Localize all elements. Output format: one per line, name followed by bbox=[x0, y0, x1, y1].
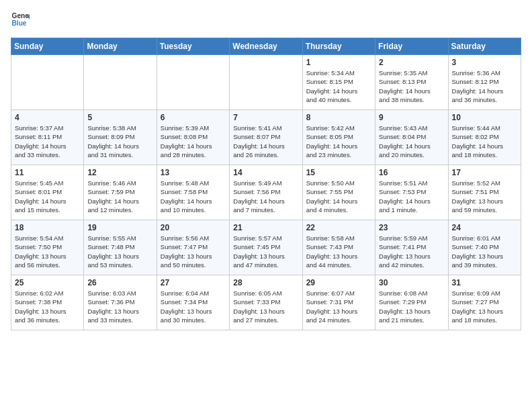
day-cell: 25Sunrise: 6:02 AM Sunset: 7:38 PM Dayli… bbox=[11, 275, 84, 330]
day-info: Sunrise: 6:02 AM Sunset: 7:38 PM Dayligh… bbox=[15, 289, 80, 324]
day-number: 12 bbox=[87, 168, 152, 177]
day-info: Sunrise: 5:58 AM Sunset: 7:43 PM Dayligh… bbox=[306, 234, 371, 269]
day-number: 16 bbox=[379, 168, 444, 177]
day-number: 4 bbox=[15, 113, 80, 122]
day-info: Sunrise: 5:36 AM Sunset: 8:12 PM Dayligh… bbox=[452, 68, 517, 104]
day-number: 20 bbox=[161, 223, 226, 232]
day-number: 18 bbox=[15, 223, 80, 232]
day-cell: 22Sunrise: 5:58 AM Sunset: 7:43 PM Dayli… bbox=[302, 220, 375, 275]
day-info: Sunrise: 5:49 AM Sunset: 7:56 PM Dayligh… bbox=[233, 179, 298, 214]
day-cell bbox=[157, 55, 229, 110]
day-number: 26 bbox=[87, 278, 152, 287]
day-number: 30 bbox=[379, 278, 444, 287]
day-info: Sunrise: 5:45 AM Sunset: 8:01 PM Dayligh… bbox=[15, 179, 80, 214]
day-cell: 30Sunrise: 6:08 AM Sunset: 7:29 PM Dayli… bbox=[375, 275, 448, 330]
day-cell: 24Sunrise: 6:01 AM Sunset: 7:40 PM Dayli… bbox=[448, 220, 521, 275]
day-info: Sunrise: 5:42 AM Sunset: 8:05 PM Dayligh… bbox=[306, 124, 371, 159]
day-info: Sunrise: 5:57 AM Sunset: 7:45 PM Dayligh… bbox=[233, 234, 298, 269]
day-cell: 23Sunrise: 5:59 AM Sunset: 7:41 PM Dayli… bbox=[375, 220, 448, 275]
day-info: Sunrise: 6:07 AM Sunset: 7:31 PM Dayligh… bbox=[306, 289, 371, 324]
day-cell: 10Sunrise: 5:44 AM Sunset: 8:02 PM Dayli… bbox=[448, 110, 521, 165]
day-number: 25 bbox=[15, 278, 80, 287]
weekday-header-saturday: Saturday bbox=[448, 38, 521, 55]
day-info: Sunrise: 6:01 AM Sunset: 7:40 PM Dayligh… bbox=[452, 234, 517, 269]
day-info: Sunrise: 6:09 AM Sunset: 7:27 PM Dayligh… bbox=[452, 289, 517, 324]
day-number: 28 bbox=[233, 278, 298, 287]
day-cell bbox=[230, 55, 302, 110]
week-row-3: 11Sunrise: 5:45 AM Sunset: 8:01 PM Dayli… bbox=[11, 165, 521, 220]
day-cell: 29Sunrise: 6:07 AM Sunset: 7:31 PM Dayli… bbox=[302, 275, 375, 330]
day-cell: 26Sunrise: 6:03 AM Sunset: 7:36 PM Dayli… bbox=[84, 275, 157, 330]
day-info: Sunrise: 5:44 AM Sunset: 8:02 PM Dayligh… bbox=[452, 124, 517, 159]
day-number: 6 bbox=[161, 113, 226, 122]
day-number: 19 bbox=[87, 223, 152, 232]
weekday-header-thursday: Thursday bbox=[302, 38, 375, 55]
day-number: 3 bbox=[452, 58, 517, 67]
day-cell bbox=[84, 55, 157, 110]
day-info: Sunrise: 6:05 AM Sunset: 7:33 PM Dayligh… bbox=[233, 289, 298, 324]
day-cell: 21Sunrise: 5:57 AM Sunset: 7:45 PM Dayli… bbox=[230, 220, 302, 275]
day-info: Sunrise: 5:51 AM Sunset: 7:53 PM Dayligh… bbox=[379, 179, 444, 214]
day-cell: 4Sunrise: 5:37 AM Sunset: 8:11 PM Daylig… bbox=[11, 110, 84, 165]
day-cell: 12Sunrise: 5:46 AM Sunset: 7:59 PM Dayli… bbox=[84, 165, 157, 220]
day-number: 9 bbox=[379, 113, 444, 122]
weekday-header-wednesday: Wednesday bbox=[230, 38, 302, 55]
day-info: Sunrise: 5:41 AM Sunset: 8:07 PM Dayligh… bbox=[233, 124, 298, 159]
logo: General Blue bbox=[11, 11, 30, 30]
day-cell: 11Sunrise: 5:45 AM Sunset: 8:01 PM Dayli… bbox=[11, 165, 84, 220]
calendar-table: SundayMondayTuesdayWednesdayThursdayFrid… bbox=[11, 38, 521, 330]
day-info: Sunrise: 5:52 AM Sunset: 7:51 PM Dayligh… bbox=[452, 179, 517, 214]
day-cell: 8Sunrise: 5:42 AM Sunset: 8:05 PM Daylig… bbox=[302, 110, 375, 165]
day-info: Sunrise: 5:34 AM Sunset: 8:15 PM Dayligh… bbox=[306, 68, 371, 104]
day-cell: 5Sunrise: 5:38 AM Sunset: 8:09 PM Daylig… bbox=[84, 110, 157, 165]
day-number: 15 bbox=[306, 168, 371, 177]
day-cell: 13Sunrise: 5:48 AM Sunset: 7:58 PM Dayli… bbox=[157, 165, 229, 220]
day-info: Sunrise: 5:56 AM Sunset: 7:47 PM Dayligh… bbox=[161, 234, 226, 269]
week-row-5: 25Sunrise: 6:02 AM Sunset: 7:38 PM Dayli… bbox=[11, 275, 521, 330]
svg-text:Blue: Blue bbox=[12, 19, 27, 27]
day-cell: 3Sunrise: 5:36 AM Sunset: 8:12 PM Daylig… bbox=[448, 55, 521, 110]
week-row-4: 18Sunrise: 5:54 AM Sunset: 7:50 PM Dayli… bbox=[11, 220, 521, 275]
day-number: 23 bbox=[379, 223, 444, 232]
week-row-2: 4Sunrise: 5:37 AM Sunset: 8:11 PM Daylig… bbox=[11, 110, 521, 165]
day-info: Sunrise: 5:50 AM Sunset: 7:55 PM Dayligh… bbox=[306, 179, 371, 214]
day-cell: 14Sunrise: 5:49 AM Sunset: 7:56 PM Dayli… bbox=[230, 165, 302, 220]
weekday-header-friday: Friday bbox=[375, 38, 448, 55]
day-number: 11 bbox=[15, 168, 80, 177]
day-cell: 28Sunrise: 6:05 AM Sunset: 7:33 PM Dayli… bbox=[230, 275, 302, 330]
day-number: 5 bbox=[87, 113, 152, 122]
day-cell: 27Sunrise: 6:04 AM Sunset: 7:34 PM Dayli… bbox=[157, 275, 229, 330]
day-info: Sunrise: 5:59 AM Sunset: 7:41 PM Dayligh… bbox=[379, 234, 444, 269]
day-cell: 1Sunrise: 5:34 AM Sunset: 8:15 PM Daylig… bbox=[302, 55, 375, 110]
day-cell: 15Sunrise: 5:50 AM Sunset: 7:55 PM Dayli… bbox=[302, 165, 375, 220]
weekday-header-row: SundayMondayTuesdayWednesdayThursdayFrid… bbox=[11, 38, 521, 55]
day-cell: 16Sunrise: 5:51 AM Sunset: 7:53 PM Dayli… bbox=[375, 165, 448, 220]
day-info: Sunrise: 5:39 AM Sunset: 8:08 PM Dayligh… bbox=[161, 124, 226, 159]
header: General Blue bbox=[11, 11, 521, 30]
day-cell: 17Sunrise: 5:52 AM Sunset: 7:51 PM Dayli… bbox=[448, 165, 521, 220]
day-info: Sunrise: 5:37 AM Sunset: 8:11 PM Dayligh… bbox=[15, 124, 80, 159]
day-number: 17 bbox=[452, 168, 517, 177]
day-number: 2 bbox=[379, 58, 444, 67]
day-number: 10 bbox=[452, 113, 517, 122]
day-info: Sunrise: 5:54 AM Sunset: 7:50 PM Dayligh… bbox=[15, 234, 80, 269]
day-cell: 2Sunrise: 5:35 AM Sunset: 8:13 PM Daylig… bbox=[375, 55, 448, 110]
day-cell: 6Sunrise: 5:39 AM Sunset: 8:08 PM Daylig… bbox=[157, 110, 229, 165]
day-number: 13 bbox=[161, 168, 226, 177]
weekday-header-monday: Monday bbox=[84, 38, 157, 55]
week-row-1: 1Sunrise: 5:34 AM Sunset: 8:15 PM Daylig… bbox=[11, 55, 521, 110]
weekday-header-tuesday: Tuesday bbox=[157, 38, 229, 55]
day-number: 7 bbox=[233, 113, 298, 122]
day-number: 31 bbox=[452, 278, 517, 287]
day-cell: 19Sunrise: 5:55 AM Sunset: 7:48 PM Dayli… bbox=[84, 220, 157, 275]
day-info: Sunrise: 5:35 AM Sunset: 8:13 PM Dayligh… bbox=[379, 68, 444, 104]
day-number: 1 bbox=[306, 58, 371, 67]
day-cell: 9Sunrise: 5:43 AM Sunset: 8:04 PM Daylig… bbox=[375, 110, 448, 165]
day-info: Sunrise: 5:38 AM Sunset: 8:09 PM Dayligh… bbox=[87, 124, 152, 159]
day-info: Sunrise: 5:48 AM Sunset: 7:58 PM Dayligh… bbox=[161, 179, 226, 214]
day-number: 21 bbox=[233, 223, 298, 232]
day-number: 29 bbox=[306, 278, 371, 287]
day-cell: 18Sunrise: 5:54 AM Sunset: 7:50 PM Dayli… bbox=[11, 220, 84, 275]
day-number: 14 bbox=[233, 168, 298, 177]
day-cell: 31Sunrise: 6:09 AM Sunset: 7:27 PM Dayli… bbox=[448, 275, 521, 330]
